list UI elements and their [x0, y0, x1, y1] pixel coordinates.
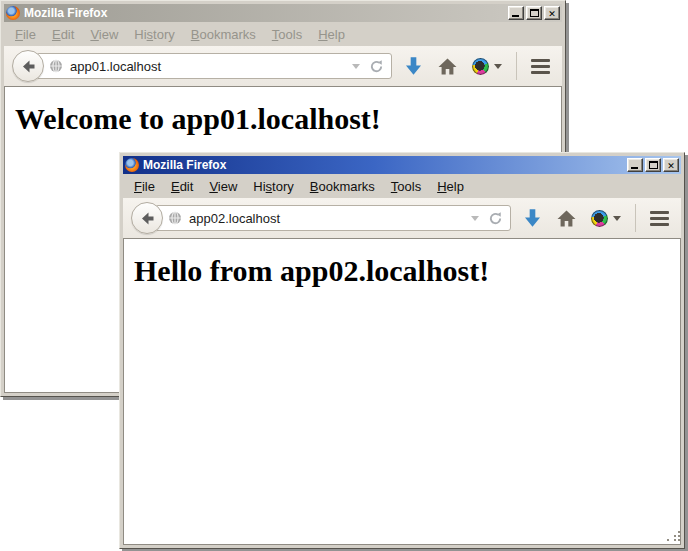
menu-bar: File Edit View History Bookmarks Tools H… — [4, 22, 562, 46]
firefox-window-app02: Mozilla Firefox File Edit View History B… — [119, 152, 685, 549]
menu-bar: File Edit View History Bookmarks Tools H… — [123, 174, 681, 198]
menu-edit[interactable]: Edit — [163, 177, 201, 196]
menu-panel-button[interactable] — [650, 211, 669, 226]
toolbar-separator — [516, 52, 517, 80]
navigation-toolbar: app02.localhost — [123, 198, 681, 239]
globe-icon — [49, 59, 63, 73]
close-button[interactable] — [663, 158, 679, 172]
close-button[interactable] — [544, 6, 560, 20]
search-engine-button[interactable] — [472, 58, 502, 75]
menu-bookmarks[interactable]: Bookmarks — [183, 25, 264, 44]
download-button[interactable] — [523, 208, 542, 228]
menu-help[interactable]: Help — [429, 177, 472, 196]
menu-file[interactable]: File — [126, 177, 163, 196]
back-button[interactable] — [12, 50, 44, 82]
minimize-button[interactable] — [627, 158, 643, 172]
download-arrow-icon — [523, 208, 542, 228]
reload-icon — [369, 59, 384, 74]
urlbar-dropdown-icon[interactable] — [471, 216, 479, 221]
firefox-logo-icon — [6, 6, 20, 20]
home-icon — [438, 58, 457, 75]
menu-edit[interactable]: Edit — [44, 25, 82, 44]
menu-view[interactable]: View — [201, 177, 245, 196]
menu-history[interactable]: History — [126, 25, 182, 44]
minimize-icon — [512, 15, 519, 17]
page-heading: Welcome to app01.localhost! — [15, 102, 561, 136]
close-icon — [548, 6, 556, 20]
urlbar-dropdown-icon[interactable] — [352, 64, 360, 69]
url-bar[interactable]: app02.localhost — [155, 205, 511, 231]
title-bar[interactable]: Mozilla Firefox — [123, 156, 681, 174]
download-button[interactable] — [404, 56, 423, 76]
maximize-button[interactable] — [526, 6, 542, 20]
close-icon — [667, 158, 675, 172]
reload-button[interactable] — [488, 211, 503, 226]
download-arrow-icon — [404, 56, 423, 76]
url-text: app02.localhost — [189, 211, 280, 226]
home-button[interactable] — [438, 58, 457, 75]
search-engine-button[interactable] — [591, 210, 621, 227]
toolbar-separator — [635, 204, 636, 232]
menu-tools[interactable]: Tools — [383, 177, 429, 196]
menu-history[interactable]: History — [245, 177, 301, 196]
window-title: Mozilla Firefox — [24, 6, 107, 20]
menu-tools[interactable]: Tools — [264, 25, 310, 44]
navigation-toolbar: app01.localhost — [4, 46, 562, 87]
page-heading: Hello from app02.localhost! — [134, 254, 680, 288]
reload-button[interactable] — [369, 59, 384, 74]
back-arrow-icon — [21, 59, 36, 74]
title-bar[interactable]: Mozilla Firefox — [4, 4, 562, 22]
globe-icon — [168, 211, 182, 225]
google-search-icon — [472, 58, 489, 75]
search-dropdown-icon — [613, 216, 621, 221]
minimize-icon — [631, 167, 638, 169]
google-search-icon — [591, 210, 608, 227]
window-title: Mozilla Firefox — [143, 158, 226, 172]
reload-icon — [488, 211, 503, 226]
resize-grip[interactable] — [665, 529, 678, 542]
search-dropdown-icon — [494, 64, 502, 69]
maximize-icon — [530, 9, 539, 17]
maximize-button[interactable] — [645, 158, 661, 172]
page-content: Hello from app02.localhost! — [123, 239, 681, 545]
menu-bookmarks[interactable]: Bookmarks — [302, 177, 383, 196]
menu-file[interactable]: File — [7, 25, 44, 44]
back-arrow-icon — [140, 211, 155, 226]
menu-help[interactable]: Help — [310, 25, 353, 44]
firefox-logo-icon — [125, 158, 139, 172]
home-button[interactable] — [557, 210, 576, 227]
back-button[interactable] — [131, 202, 163, 234]
menu-view[interactable]: View — [82, 25, 126, 44]
url-text: app01.localhost — [70, 59, 161, 74]
menu-panel-button[interactable] — [531, 59, 550, 74]
maximize-icon — [649, 161, 658, 169]
url-bar[interactable]: app01.localhost — [36, 53, 392, 79]
minimize-button[interactable] — [508, 6, 524, 20]
home-icon — [557, 210, 576, 227]
hamburger-icon — [531, 59, 550, 62]
hamburger-icon — [650, 211, 669, 214]
